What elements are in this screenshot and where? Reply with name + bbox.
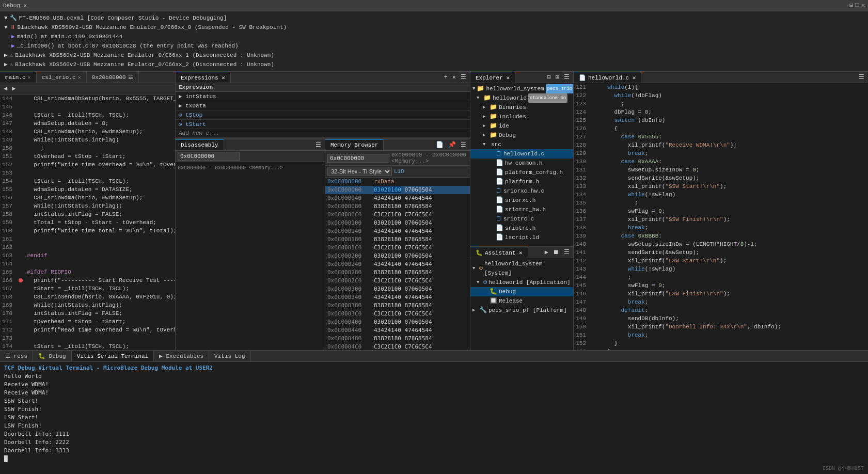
expr-menu-btn[interactable]: ☰ bbox=[459, 73, 468, 82]
tab-disassembly[interactable]: Disassembly bbox=[176, 139, 224, 150]
assistant-app[interactable]: ▼ ⚙ helloworld [Application] bbox=[470, 278, 573, 287]
tree-helloworld-system[interactable]: ▼ 📁 helloworld_system pecs_srio bbox=[470, 84, 573, 93]
hw-menu[interactable]: ☰ bbox=[857, 73, 866, 82]
disasm-menu[interactable]: ☰ bbox=[314, 140, 323, 149]
assistant-debug[interactable]: ▶ 🐛 Debug bbox=[470, 287, 573, 296]
explorer-collapse[interactable]: ⊟ bbox=[546, 73, 553, 82]
terminal-tab-vitis-serial[interactable]: Vitis Serial Terminal bbox=[72, 351, 154, 361]
debug-tree-c66xx1[interactable]: ▶ ⚠ Blackhawk XDS560v2-USB Mezzanine Emu… bbox=[4, 51, 864, 60]
tree-binaries[interactable]: ▶ 📁 Binaries bbox=[470, 103, 573, 112]
mem-row-11[interactable]: 0x0C0002C0 C3C2C1C0 C7C6C5C4 bbox=[325, 277, 470, 285]
memory-content[interactable]: 0x0C000000 rxData 0x0C000000 03020100 07… bbox=[325, 178, 470, 350]
memory-pin[interactable]: 📌 bbox=[447, 140, 457, 149]
mem-row-5[interactable]: 0x0C000140 43424140 47464544 bbox=[325, 227, 470, 235]
mem-row-7[interactable]: 0x0C0001C0 C3C2C1C0 C7C6C5C4 bbox=[325, 244, 470, 252]
mem-row-0[interactable]: 0x0C000000 03020100 07060504 bbox=[325, 186, 470, 194]
tree-src[interactable]: ▼ src bbox=[470, 140, 573, 149]
debug-tree-root[interactable]: ▼ 🔧 FT-EMU560_USB.ccxml [Code Composer S… bbox=[4, 13, 864, 23]
close-icon[interactable]: ✕ bbox=[861, 2, 865, 9]
debug-tree-main[interactable]: ▶ main() at main.c:199 0x10801444 bbox=[4, 32, 864, 41]
tree-sriotrc-h[interactable]: ▶ 📄 sriotrc.h bbox=[470, 224, 573, 233]
expr-delete-btn[interactable]: ✕ bbox=[451, 73, 457, 82]
mem-row-4[interactable]: 0x0C000100 03020100 07060504 bbox=[325, 219, 470, 227]
disasm-tabs: Disassembly ☰ bbox=[176, 139, 325, 151]
mem-row-18[interactable]: 0x0C000480 83828180 87868584 bbox=[325, 335, 470, 343]
mem-row-14[interactable]: 0x0C000380 83828180 87868584 bbox=[325, 302, 470, 310]
terminal-tab-debug[interactable]: 🐛 Debug bbox=[33, 351, 72, 361]
debug-tree-cint[interactable]: ▶ _c_int000() at boot.c:87 0x10810C28 (t… bbox=[4, 41, 864, 51]
tree-sriotrc-c[interactable]: ▶ 🗒 sriotrc.c bbox=[470, 214, 573, 224]
memory-format-select[interactable]: 32-Bit Hex - TI Style bbox=[327, 167, 392, 176]
mem-row-6[interactable]: 0x0C000180 83828180 87868584 bbox=[325, 235, 470, 244]
assistant-release[interactable]: ▶ 🔲 Release bbox=[470, 296, 573, 306]
memory-address-input[interactable] bbox=[327, 154, 389, 163]
mem-row-3[interactable]: 0x0C0000C0 C3C2C1C0 C7C6C5C4 bbox=[325, 211, 470, 219]
tree-includes[interactable]: ▶ 📁 Includes bbox=[470, 112, 573, 121]
mem-row-2[interactable]: 0x0C000080 83828180 87868584 bbox=[325, 202, 470, 211]
expr-row-tStop[interactable]: ⊙ tStop bbox=[176, 110, 470, 120]
memory-new[interactable]: 📄 bbox=[434, 140, 445, 149]
debug-tree-c66xx2[interactable]: ▶ ⚠ Blackhawk XDS560v2-USB Mezzanine Emu… bbox=[4, 60, 864, 69]
toolbar-forward[interactable]: ▶ bbox=[10, 84, 17, 93]
assistant-system[interactable]: ▼ ⚙ helloworld_system [System] bbox=[470, 259, 573, 278]
toolbar-back[interactable]: ◀ bbox=[2, 84, 9, 93]
assistant-run[interactable]: ▶ bbox=[543, 248, 550, 257]
tree-platform-h[interactable]: ▶ 📄 platform.h bbox=[470, 177, 573, 186]
mem-row-10[interactable]: 0x0C000280 83828180 87868584 bbox=[325, 268, 470, 277]
expr-row-add-new[interactable]: Add new e... bbox=[176, 129, 470, 138]
tab-explorer[interactable]: Explorer ✕ bbox=[470, 72, 515, 83]
terminal-tab-executables[interactable]: ▶ Executables bbox=[154, 351, 209, 361]
expr-row-intStatus[interactable]: ▶ intStatus bbox=[176, 92, 470, 101]
code-editor[interactable]: 144 CSL_srioWdmaDbSetup(hsrio, 0x5555, T… bbox=[0, 94, 175, 350]
mem-row-12[interactable]: 0x0C000300 03020100 07060504 bbox=[325, 285, 470, 293]
expr-row-tStart[interactable]: ⊙ tStart bbox=[176, 120, 470, 129]
debug-tree-suspended[interactable]: ▼ ⏸ Blackhawk XDS560v2-USB Mezzanine Emu… bbox=[4, 23, 864, 32]
mem-row-15[interactable]: 0x0C0003C0 C3C2C1C0 C7C6C5C4 bbox=[325, 310, 470, 318]
minimize-icon[interactable]: ⊟ bbox=[849, 2, 853, 9]
tree-ide[interactable]: ▶ 📁 ide bbox=[470, 121, 573, 131]
assistant-stop[interactable]: ⏹ bbox=[551, 248, 561, 257]
expr-val-header bbox=[436, 83, 470, 92]
tree-sriorxc-h[interactable]: ▶ 📄 sriorxc.h bbox=[470, 196, 573, 205]
assistant-menu[interactable]: ☰ bbox=[562, 248, 571, 257]
main-content: main.c ✕ csl_srio.c ✕ 0x20b00000 ☰ ◀ ▶ 1… bbox=[0, 72, 868, 350]
tree-hw-common-h[interactable]: ▶ 📄 hw_common.h bbox=[470, 159, 573, 168]
disasm-address-input[interactable] bbox=[178, 152, 240, 161]
tree-lscript-ld[interactable]: ▶ 📄 lscript.ld bbox=[470, 233, 573, 242]
tree-helloworld[interactable]: ▼ 📁 helloworld standalone on bbox=[470, 93, 573, 103]
terminal-tab-ress[interactable]: ☰ ress bbox=[0, 351, 33, 361]
tab-main-c[interactable]: main.c ✕ bbox=[0, 72, 37, 83]
mem-row-16[interactable]: 0x0C000400 03020100 07060504 bbox=[325, 318, 470, 326]
tree-platform-config-h[interactable]: ▶ 📄 platform_config.h bbox=[470, 168, 573, 177]
explorer-expand[interactable]: ⊞ bbox=[554, 73, 561, 82]
mem-row-9[interactable]: 0x0C000240 43424140 47464544 bbox=[325, 260, 470, 268]
disasm-content[interactable]: 0xC000000 - 0x0C000000 <Memory...> bbox=[176, 162, 325, 350]
tree-sriorxc-hw-c[interactable]: ▶ 🗒 sriorxc_hw.c bbox=[470, 186, 573, 196]
tree-debug-folder[interactable]: ▶ 📁 Debug bbox=[470, 131, 573, 140]
helloworld-editor[interactable]: 121 while(1){ 122 while(!dbFlag) 123 ; 1… bbox=[574, 83, 868, 350]
tab-memory-browser[interactable]: Memory Browser bbox=[325, 139, 384, 150]
mem-row-17[interactable]: 0x0C000440 43424140 47464544 bbox=[325, 326, 470, 335]
disasm-address-bar bbox=[176, 151, 325, 162]
maximize-icon[interactable]: □ bbox=[856, 2, 859, 9]
expr-row-txData[interactable]: ▶ txData bbox=[176, 101, 470, 110]
watermark: CSDN @小秦HUST bbox=[823, 465, 864, 472]
terminal-tab-vitis-log[interactable]: Vitis Log bbox=[209, 351, 250, 361]
tab-helloworld-c[interactable]: 📄 helloworld.c ✕ bbox=[574, 72, 641, 83]
mem-row-1[interactable]: 0x0C000040 43424140 47464544 bbox=[325, 194, 470, 202]
mem-row-19[interactable]: 0x0C0004C0 C3C2C1C0 C7C6C5C4 bbox=[325, 343, 470, 350]
tree-sriotrc-hw-h[interactable]: ▶ 📄 sriotrc_hw.h bbox=[470, 205, 573, 214]
assistant-platform[interactable]: ▶ 🔧 pecs_srio_pf [Platform] bbox=[470, 306, 573, 315]
explorer-menu[interactable]: ☰ bbox=[562, 73, 571, 82]
memory-menu[interactable]: ☰ bbox=[459, 140, 468, 149]
tab-address[interactable]: 0x20b00000 ☰ bbox=[87, 72, 139, 83]
tab-expressions[interactable]: Expressions ✕ bbox=[176, 72, 231, 83]
mem-row-8[interactable]: 0x0C000200 03020100 07060504 bbox=[325, 252, 470, 260]
tab-csl-srio[interactable]: csl_srio.c ✕ bbox=[37, 72, 87, 83]
tree-helloworld-c[interactable]: ▶ 🗒 helloworld.c bbox=[470, 149, 573, 159]
mem-row-13[interactable]: 0x0C000340 43424140 47464544 bbox=[325, 293, 470, 302]
hw-line-146: 146 xil_printf("LSW Finish!\r\n"); bbox=[574, 290, 868, 298]
tab-assistant[interactable]: 🐛 Assistant ✕ bbox=[470, 247, 528, 258]
terminal-content[interactable]: TCF Debug Virtual Terminal - MicroBlaze … bbox=[0, 362, 868, 474]
expr-add-btn[interactable]: + bbox=[443, 73, 449, 82]
